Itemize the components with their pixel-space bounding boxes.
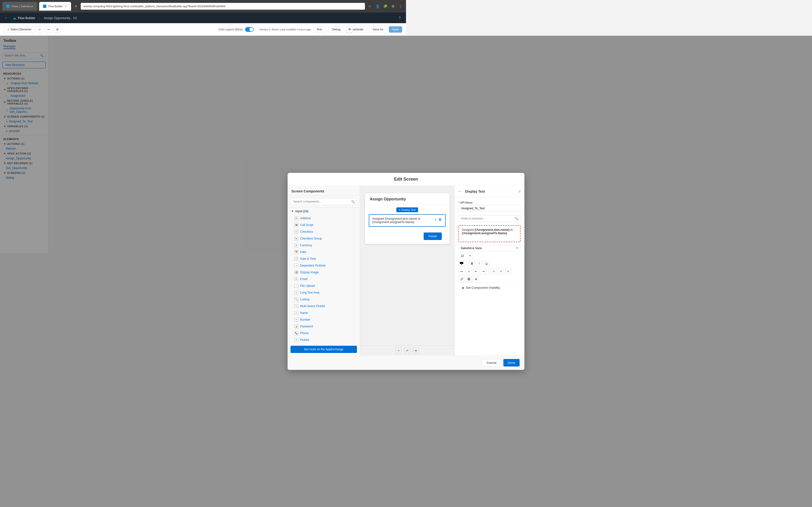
extensions-icon[interactable]: 🧩 [382,3,388,9]
app-toolbar-right: ? [396,14,403,21]
flowbuilder-tab-label: Flow Builder [48,5,63,8]
app-logo-label: Flow Builder [18,16,35,20]
screen-components-search-area: 🔍 [288,196,360,208]
run-button[interactable]: Run [313,26,326,33]
breadcrumb-text: Assign Opportunity - V2 [44,16,77,20]
date-icon: 📅 [294,250,298,253]
component-item-checkbox[interactable]: ☑ Checkbox [288,228,360,235]
screen-components-search-input[interactable] [291,198,357,205]
component-item-call-script[interactable]: ☎ Call Script [288,222,360,228]
address-text: velocity-computing-9919.lightning.force.… [83,5,225,8]
run-label: Run [317,28,322,31]
debug-label: Debug [332,28,341,31]
screen-components-header: Screen Components [288,186,360,196]
canvas-content: Assign Opportunity ≡ Display Text [360,186,406,253]
component-item-currency[interactable]: $ Currency [288,242,360,249]
checkbox-label: Checkbox [300,230,313,233]
component-item-address[interactable]: ⊞ Address [288,215,360,222]
app-back-button[interactable]: ← [3,14,10,21]
debug-button[interactable]: Debug [328,26,344,33]
browser-chrome: Flows | Salesforce Flow Builder ✕ + velo… [0,0,406,12]
finish-area: Finish [365,231,406,236]
date-label: Date [300,250,306,253]
select-elements-icon: ⊹ [7,28,9,31]
display-text-tag[interactable]: ≡ Display Text [396,207,406,212]
bookmark-icon[interactable]: ☆ [367,3,373,9]
address-icon: ⊞ [294,216,298,220]
app-logo: ☁ Flow Builder [12,16,35,20]
component-item-checkbox-group[interactable]: ⊞ Checkbox Group [288,235,360,242]
browser-tab-flows[interactable]: Flows | Salesforce [2,2,37,11]
input-section-chevron: ▼ [291,210,294,213]
select-elements-label: Select Elements [10,28,32,31]
display-text-tag-icon: ≡ [399,208,400,211]
flows-tab-icon [6,5,10,8]
components-section: ▼ Input (24) ⊞ Address ☎ Call Script [288,208,360,253]
checkbox-icon: ☑ [294,230,298,234]
canvas-body: ≡ Display Text Assigned {!Assignment.ite… [365,207,406,236]
close-modal-x-button[interactable]: ✕ [346,26,353,33]
settings-chrome-icon[interactable]: ⚙ [390,3,396,9]
flows-tab-label: Flows | Salesforce [12,5,33,8]
version-info: Version 2: Active–Last modified 4 hours … [259,28,311,31]
profile-icon[interactable]: 👤 [374,3,380,9]
redo-button[interactable]: ↪ [45,26,52,33]
browser-address-bar[interactable]: velocity-computing-9919.lightning.force.… [81,3,365,10]
help-icon: ? [399,16,401,20]
screen-card: Assign Opportunity ≡ Display Text [365,193,406,244]
flow-toolbar: ⊹ Select Elements ↩ ↪ ⚙ Auto-Layout (Bet… [0,23,406,36]
call-script-label: Call Script [300,223,313,227]
search-icon: 🔍 [351,200,355,204]
modal-body: Screen Components 🔍 ▼ Input (24) [288,186,406,253]
page-wrapper: Flows | Salesforce Flow Builder ✕ + velo… [0,0,406,253]
save-as-label: Save As [373,28,383,31]
edit-screen-modal: Edit Screen Screen Components 🔍 [288,173,406,253]
screen-components-panel: Screen Components 🔍 ▼ Input (24) [288,186,360,253]
modal-overlay: Edit Screen Screen Components 🔍 [0,36,406,253]
currency-icon: $ [294,243,298,247]
toggle-knob [249,27,253,32]
undo-icon: ↩ [39,28,41,31]
back-icon: ← [4,16,8,20]
settings-icon: ⚙ [56,28,59,31]
canvas-area: Assign Opportunity ≡ Display Text [360,186,406,253]
close-tab-icon[interactable]: ✕ [65,5,67,8]
breadcrumb-separator: | [39,16,40,20]
save-as-button[interactable]: Save As [369,26,387,33]
address-label: Address [300,217,311,220]
display-text-block[interactable]: Assigned {!Assignment.item.name} to {!As… [369,214,406,227]
help-button[interactable]: ? [396,14,403,21]
screen-card-title: Assign Opportunity [370,197,406,201]
display-text-content: Assigned {!Assignment.item.name} to {!As… [372,217,406,224]
save-button[interactable]: Save [389,26,402,33]
app-toolbar: ← ☁ Flow Builder | Assign Opportunity - … [0,12,406,23]
app-logo-icon: ☁ [12,16,16,20]
checkbox-group-label: Checkbox Group [300,237,322,240]
modal-header: Edit Screen [288,173,406,186]
flow-canvas-background: Edit Screen Screen Components 🔍 [48,36,406,253]
menu-icon[interactable]: ⋮ [398,3,404,9]
redo-icon: ↪ [47,28,50,31]
undo-button[interactable]: ↩ [37,26,43,33]
currency-label: Currency [300,243,312,247]
display-text-tag-label: Display Text [401,208,406,211]
save-label: Save [392,28,399,31]
flowbuilder-tab-icon [43,5,46,8]
main-area: Toolbox Manager 🔍 New Resource RESOURCES… [0,36,406,253]
modal-title: Edit Screen [394,177,406,182]
select-elements-button[interactable]: ⊹ Select Elements [4,26,35,33]
input-section-label: Input (24) [295,210,308,213]
component-item-date[interactable]: 📅 Date [288,249,360,253]
input-section-header[interactable]: ▼ Input (24) [288,208,360,215]
auto-layout-label: Auto-Layout (Beta) [218,28,243,31]
screen-card-header: Assign Opportunity [365,193,406,205]
auto-layout-toggle[interactable] [245,27,254,32]
browser-tab-flowbuilder[interactable]: Flow Builder ✕ [39,2,71,11]
new-tab-button[interactable]: + [73,3,79,9]
settings-button[interactable]: ⚙ [54,26,61,33]
call-script-icon: ☎ [294,223,298,227]
checkbox-group-icon: ⊞ [294,237,298,240]
